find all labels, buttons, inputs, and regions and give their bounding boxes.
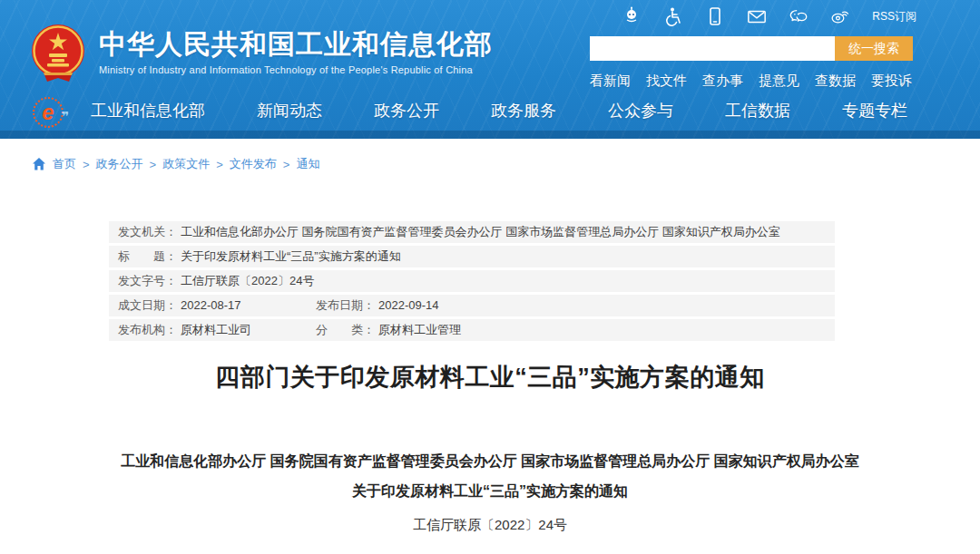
- document-number: 工信厅联原〔2022〕24号: [0, 517, 980, 534]
- document-subtitle-line: 关于印发原材料工业“三品”实施方案的通知: [0, 476, 980, 506]
- nav-item-data[interactable]: 工信数据: [725, 100, 790, 121]
- brand-text: 中华人民共和国工业和信息化部 Ministry of Industry and …: [99, 22, 493, 75]
- miit-e-logo-icon: e❞: [33, 97, 64, 128]
- meta-value: 原材料工业司: [181, 323, 251, 336]
- meta-col2: 分 类：原材料工业管理: [316, 319, 461, 341]
- document-title: 四部门关于印发原材料工业“三品”实施方案的通知: [0, 361, 980, 394]
- wechat-icon[interactable]: [789, 6, 808, 26]
- mail-icon[interactable]: [747, 6, 767, 26]
- breadcrumb-notice[interactable]: 通知: [296, 156, 319, 172]
- site-subtitle: Ministry of Industry and Information Tec…: [99, 64, 493, 75]
- unified-search-button[interactable]: 统一搜索: [835, 36, 913, 61]
- meta-label: 发布机构：: [118, 323, 177, 336]
- nav-item-gov-service[interactable]: 政务服务: [491, 100, 556, 121]
- meta-label: 分 类：: [316, 323, 375, 336]
- site-header: RSS订阅 中华人民共和国工业和信息化部 Ministry of Industr…: [0, 0, 980, 139]
- breadcrumb-separator: >: [216, 158, 223, 171]
- meta-label: 发文机关：: [118, 225, 177, 238]
- quick-link-complaint[interactable]: 要投诉: [871, 73, 912, 90]
- home-icon[interactable]: [32, 157, 46, 171]
- meta-value: 工业和信息化部办公厅 国务院国有资产监督管理委员会办公厅 国家市场监督管理总局办…: [181, 225, 780, 238]
- rss-link[interactable]: RSS订阅: [872, 9, 916, 24]
- meta-value: 原材料工业管理: [378, 323, 461, 336]
- breadcrumb-separator: >: [283, 158, 290, 171]
- meta-row-publisher: 发布机构：原材料工业司 分 类：原材料工业管理: [109, 319, 835, 341]
- quick-link-services[interactable]: 查办事: [702, 73, 743, 90]
- quick-link-files[interactable]: 找文件: [646, 73, 687, 90]
- breadcrumb-policy-docs[interactable]: 政策文件: [162, 156, 210, 172]
- nav-item-gov-open[interactable]: 政务公开: [374, 100, 439, 121]
- meta-label: 成文日期：: [118, 298, 177, 312]
- breadcrumb-home[interactable]: 首页: [53, 156, 76, 172]
- meta-row-title: 标 题：关于印发原材料工业“三品”实施方案的通知: [109, 246, 835, 267]
- meta-row-doc-number: 发文字号：工信厅联原〔2022〕24号: [109, 270, 835, 292]
- nav-item-participation[interactable]: 公众参与: [608, 100, 673, 121]
- meta-value: 关于印发原材料工业“三品”实施方案的通知: [181, 249, 401, 263]
- quick-links: 看新闻 找文件 查办事 提意见 查数据 要投诉: [590, 73, 913, 90]
- meta-label: 标 题：: [118, 249, 177, 263]
- meta-value: 2022-08-17: [181, 298, 241, 312]
- meta-value: 2022-09-14: [378, 298, 439, 312]
- breadcrumb-doc-release[interactable]: 文件发布: [230, 156, 277, 172]
- topbar: RSS订阅: [622, 6, 916, 26]
- meta-value: 工信厅联原〔2022〕24号: [181, 274, 314, 287]
- mascot-icon[interactable]: [622, 6, 642, 26]
- breadcrumb: 首页 > 政务公开 > 政策文件 > 文件发布 > 通知: [32, 156, 319, 172]
- search-area: 统一搜索 看新闻 找文件 查办事 提意见 查数据 要投诉: [590, 36, 913, 90]
- breadcrumb-separator: >: [83, 158, 90, 171]
- mobile-icon[interactable]: [705, 6, 725, 26]
- document-issuers-line: 工业和信息化部办公厅 国务院国有资产监督管理委员会办公厅 国家市场监督管理总局办…: [0, 446, 980, 476]
- weibo-icon[interactable]: [830, 6, 850, 26]
- page: RSS订阅 中华人民共和国工业和信息化部 Ministry of Industr…: [0, 0, 980, 554]
- nav-item-news[interactable]: 新闻动态: [257, 100, 322, 121]
- meta-row-issuing-agency: 发文机关：工业和信息化部办公厅 国务院国有资产监督管理委员会办公厅 国家市场监督…: [109, 221, 835, 243]
- nav-item-miit[interactable]: 工业和信息化部: [91, 100, 205, 121]
- main-nav: e❞ 工业和信息化部 新闻动态 政务公开 政务服务 公众参与 工信数据 专题专栏: [0, 91, 980, 139]
- breadcrumb-separator: >: [150, 158, 157, 171]
- meta-row-dates: 成文日期：2022-08-17 发布日期：2022-09-14: [109, 295, 835, 316]
- meta-label: 发文字号：: [118, 274, 177, 287]
- search-input[interactable]: [590, 36, 835, 61]
- national-emblem-icon: [30, 22, 86, 87]
- nav-bottom-strip: [0, 131, 980, 139]
- brand-home-link[interactable]: 中华人民共和国工业和信息化部 Ministry of Industry and …: [30, 22, 493, 87]
- document-meta-table: 发文机关：工业和信息化部办公厅 国务院国有资产监督管理委员会办公厅 国家市场监督…: [109, 221, 835, 344]
- accessibility-icon[interactable]: [663, 6, 683, 26]
- meta-label: 发布日期：: [316, 298, 375, 312]
- document-issuers-block: 工业和信息化部办公厅 国务院国有资产监督管理委员会办公厅 国家市场监督管理总局办…: [0, 446, 980, 506]
- site-title: 中华人民共和国工业和信息化部: [99, 29, 493, 60]
- meta-col2: 发布日期：2022-09-14: [316, 295, 439, 316]
- quick-link-feedback[interactable]: 提意见: [759, 73, 799, 90]
- quick-link-news[interactable]: 看新闻: [590, 73, 631, 90]
- nav-item-topics[interactable]: 专题专栏: [842, 100, 907, 121]
- quick-link-data[interactable]: 查数据: [815, 73, 856, 90]
- breadcrumb-gov-open[interactable]: 政务公开: [96, 156, 143, 172]
